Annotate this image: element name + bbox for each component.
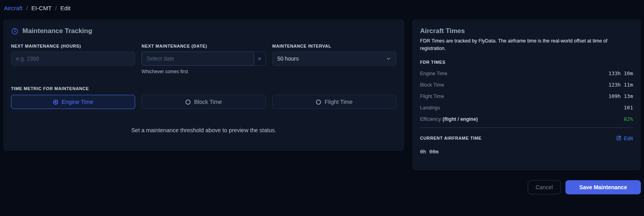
radio-unchecked-icon (316, 100, 321, 105)
clock-icon (11, 28, 18, 35)
cancel-button[interactable]: Cancel (528, 180, 561, 194)
metric-option-block-time[interactable]: Block Time (141, 95, 266, 109)
x-icon: ✕ (257, 56, 262, 62)
stat-label: Efficiency (420, 116, 441, 122)
aircraft-times-panel: Aircraft Times FDR Times are tracked by … (412, 19, 641, 170)
date-field-label: NEXT MAINTENANCE (DATE) (141, 44, 266, 48)
interval-field-label: MAINTENANCE INTERVAL (272, 44, 396, 48)
stat-label: Flight Time (420, 94, 444, 99)
maintenance-tracking-panel: Maintenance Tracking NEXT MAINTENANCE (H… (3, 19, 404, 151)
current-airframe-time-value: 0h 00m (420, 149, 633, 155)
stat-label: Block Time (420, 82, 444, 88)
chevron-down-icon (386, 56, 391, 61)
breadcrumb-edit: Edit (61, 5, 71, 11)
aircraft-times-description: FDR Times are tracked by FlyData. The ai… (420, 37, 608, 53)
hours-field-label: NEXT MAINTENANCE (HOURS) (11, 44, 135, 48)
stat-label-suffix: (flight / engine) (442, 116, 478, 122)
field-next-maintenance-hours: NEXT MAINTENANCE (HOURS) (11, 44, 135, 66)
divider (420, 127, 633, 128)
radio-checked-icon (53, 100, 58, 105)
date-helper-text: Whichever comes first (141, 69, 266, 74)
stat-value: 109h 13m (608, 93, 633, 99)
metric-option-engine-time[interactable]: Engine Time (11, 95, 135, 109)
stat-label-group: Efficiency(flight / engine) (420, 116, 478, 122)
metric-options: Engine Time Block Time Flight Time (11, 95, 396, 109)
current-airframe-time-heading: CURRENT AIRFRAME TIME (420, 136, 481, 140)
fields-row: NEXT MAINTENANCE (HOURS) NEXT MAINTENANC… (11, 44, 396, 74)
next-maintenance-date-input[interactable] (141, 52, 254, 66)
fdr-times-heading: FDR TIMES (420, 60, 633, 65)
stat-row-engine-time: Engine Time 133h 10m (420, 70, 633, 76)
metric-option-label: Block Time (194, 99, 222, 105)
stat-label: Landings (420, 105, 440, 111)
stat-row-efficiency: Efficiency(flight / engine) 82% (420, 116, 633, 122)
stat-value: 133h 10m (608, 70, 633, 76)
field-maintenance-interval: MAINTENANCE INTERVAL 50 hours (272, 44, 396, 66)
date-picker: ✕ (141, 52, 266, 66)
airframe-header-row: CURRENT AIRFRAME TIME Edit (420, 135, 633, 141)
metric-option-label: Flight Time (325, 99, 352, 105)
stat-label: Engine Time (420, 71, 447, 76)
panel-header: Maintenance Tracking (11, 27, 396, 35)
status-hint: Set a maintenance threshold above to pre… (11, 127, 396, 133)
metric-option-label: Engine Time (62, 99, 94, 105)
breadcrumb: Aircraft / EI-CMT / Edit (4, 5, 70, 11)
breadcrumb-aircraft-link[interactable]: Aircraft (4, 5, 23, 11)
page: Aircraft / EI-CMT / Edit Maintenance Tra… (0, 0, 644, 216)
metric-section-label: TIME METRIC FOR MAINTENANCE (11, 86, 396, 91)
field-next-maintenance-date: NEXT MAINTENANCE (DATE) ✕ Whichever come… (141, 44, 266, 74)
edit-airframe-button[interactable]: Edit (616, 135, 633, 141)
stat-row-flight-time: Flight Time 109h 13m (420, 93, 633, 99)
stat-value-efficiency: 82% (624, 116, 633, 122)
stat-row-landings: Landings 101 (420, 105, 633, 111)
edit-label: Edit (624, 135, 633, 141)
edit-pencil-icon (616, 135, 622, 141)
metric-option-flight-time[interactable]: Flight Time (272, 95, 396, 109)
breadcrumb-registration: EI-CMT (31, 5, 52, 11)
stat-value: 123h 11m (608, 82, 633, 88)
breadcrumb-separator: / (55, 5, 57, 11)
next-maintenance-hours-input[interactable] (11, 52, 135, 66)
clear-date-button[interactable]: ✕ (254, 52, 266, 65)
select-value: 50 hours (277, 55, 299, 62)
stat-value: 101 (624, 105, 633, 111)
breadcrumb-separator: / (26, 5, 28, 11)
form-actions: Cancel Save Maintenance (528, 180, 641, 194)
radio-unchecked-icon (185, 100, 191, 105)
aircraft-times-title: Aircraft Times (420, 27, 633, 35)
maintenance-interval-select[interactable]: 50 hours (272, 52, 396, 66)
save-maintenance-button[interactable]: Save Maintenance (565, 180, 641, 194)
panel-title: Maintenance Tracking (22, 27, 92, 35)
stat-row-block-time: Block Time 123h 11m (420, 82, 633, 88)
